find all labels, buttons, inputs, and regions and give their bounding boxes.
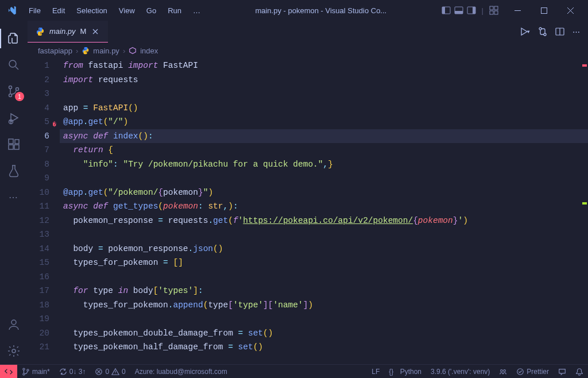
panel-right-icon[interactable] bbox=[467, 6, 476, 15]
accounts-tab[interactable] bbox=[0, 311, 28, 338]
code-line[interactable]: async def index(): bbox=[60, 129, 588, 144]
svg-rect-3 bbox=[455, 11, 463, 14]
svg-rect-17 bbox=[9, 139, 13, 144]
code-line[interactable]: app = FastAPI() bbox=[60, 101, 588, 115]
git-sync[interactable]: 0↓ 3↑ bbox=[55, 365, 91, 378]
svg-point-21 bbox=[11, 320, 16, 325]
svg-point-22 bbox=[12, 349, 16, 353]
code-line[interactable]: for type in body['types']: bbox=[60, 284, 588, 298]
svg-point-33 bbox=[517, 368, 524, 375]
overview-marker-change bbox=[582, 202, 587, 205]
menu-run[interactable]: Run bbox=[162, 3, 187, 18]
search-tab[interactable] bbox=[0, 52, 28, 78]
overview-ruler[interactable] bbox=[580, 59, 588, 364]
svg-point-12 bbox=[9, 60, 16, 67]
customize-layout-icon[interactable] bbox=[489, 6, 498, 15]
code-line[interactable]: types_pokemon_double_damage_from = set() bbox=[60, 326, 588, 341]
code-line[interactable]: types_for_pokemon = [] bbox=[60, 256, 588, 270]
status-bar: main* 0↓ 3↑ 0 0 Azure: luabud@microsoft.… bbox=[0, 364, 588, 378]
svg-rect-11 bbox=[541, 7, 547, 13]
menu-selection[interactable]: Selection bbox=[71, 3, 113, 18]
python-interpreter[interactable]: 3.9.6 ('.venv': venv) bbox=[426, 365, 494, 378]
breadcrumbs[interactable]: fastapiapp › main.py › index bbox=[28, 43, 588, 59]
menu-bar: FileEditSelectionViewGoRun bbox=[23, 3, 187, 18]
prettier-status[interactable]: Prettier bbox=[512, 365, 554, 378]
code-line[interactable] bbox=[60, 227, 588, 242]
minimize-button[interactable] bbox=[504, 0, 531, 21]
code-line[interactable]: async def get_types(pokemon: str,): bbox=[60, 199, 588, 214]
scm-badge: 1 bbox=[15, 92, 24, 101]
code-line[interactable]: return { bbox=[60, 143, 588, 157]
language-mode[interactable]: {} Python bbox=[384, 365, 426, 378]
gutter-marker[interactable]: � bbox=[53, 118, 56, 133]
code-line[interactable] bbox=[60, 87, 588, 101]
svg-rect-20 bbox=[15, 140, 19, 144]
svg-point-32 bbox=[504, 369, 506, 372]
titlebar: FileEditSelectionViewGoRun … main.py - p… bbox=[0, 0, 588, 21]
code-line[interactable]: @app.get("/") bbox=[60, 115, 588, 129]
run-button[interactable]: ▾ bbox=[519, 27, 530, 36]
svg-point-24 bbox=[544, 33, 546, 36]
debug-tab[interactable] bbox=[0, 105, 28, 131]
tab-close-icon[interactable] bbox=[91, 27, 100, 36]
activity-overflow[interactable]: ⋯ bbox=[0, 184, 28, 210]
remote-indicator[interactable] bbox=[0, 365, 17, 378]
layout-controls: | bbox=[442, 6, 498, 15]
overview-marker-error bbox=[582, 64, 587, 67]
svg-point-29 bbox=[27, 369, 29, 371]
live-share[interactable] bbox=[494, 365, 512, 378]
source-control-tab[interactable]: 1 bbox=[0, 78, 28, 105]
explorer-tab[interactable] bbox=[0, 25, 28, 52]
panel-bottom-icon[interactable] bbox=[454, 6, 463, 15]
breadcrumb-file[interactable]: main.py bbox=[93, 47, 119, 55]
maximize-button[interactable] bbox=[531, 0, 557, 21]
python-file-icon bbox=[36, 27, 45, 36]
menu-view[interactable]: View bbox=[113, 3, 141, 18]
svg-point-28 bbox=[23, 373, 25, 375]
git-branch[interactable]: main* bbox=[17, 365, 55, 378]
split-editor-button[interactable] bbox=[555, 27, 564, 36]
settings-tab[interactable] bbox=[0, 338, 28, 364]
code-line[interactable] bbox=[60, 171, 588, 186]
code-line[interactable] bbox=[60, 270, 588, 284]
eol-indicator[interactable]: LF bbox=[367, 365, 384, 378]
extensions-tab[interactable] bbox=[0, 131, 28, 157]
code-line[interactable]: types_for_pokemon.append(type['type']['n… bbox=[60, 298, 588, 313]
svg-rect-9 bbox=[494, 11, 498, 14]
code-line[interactable]: pokemon_response = requests.get(f'https:… bbox=[60, 214, 588, 228]
editor-actions: ▾ ⋯ bbox=[512, 21, 588, 43]
feedback-button[interactable] bbox=[554, 365, 571, 378]
editor-more-button[interactable]: ⋯ bbox=[572, 28, 581, 36]
tab-modified-indicator: M bbox=[80, 27, 87, 36]
close-button[interactable] bbox=[557, 0, 583, 21]
code-line[interactable]: @app.get("/pokemon/{pokemon}") bbox=[60, 186, 588, 200]
menu-file[interactable]: File bbox=[23, 3, 47, 18]
code-line[interactable]: "info": "Try /pokemon/pikachu for a quic… bbox=[60, 157, 588, 172]
diff-button[interactable] bbox=[538, 27, 547, 36]
svg-point-27 bbox=[23, 368, 25, 370]
svg-point-15 bbox=[16, 88, 19, 91]
tab-main-py[interactable]: main.py M bbox=[28, 21, 108, 43]
svg-rect-18 bbox=[9, 145, 13, 149]
testing-tab[interactable] bbox=[0, 157, 28, 184]
code-line[interactable]: import requests bbox=[60, 73, 588, 87]
panel-left-icon[interactable] bbox=[442, 6, 451, 15]
menu-overflow[interactable]: … bbox=[187, 3, 206, 18]
code-line[interactable] bbox=[60, 312, 588, 326]
breadcrumb-symbol[interactable]: index bbox=[140, 47, 158, 55]
code-editor[interactable]: 12345�6789101112131415161718192021 from … bbox=[28, 59, 588, 364]
breadcrumb-folder[interactable]: fastapiapp bbox=[38, 47, 72, 55]
svg-point-14 bbox=[9, 94, 12, 97]
notifications-button[interactable] bbox=[571, 365, 588, 378]
svg-point-23 bbox=[539, 28, 541, 30]
problems-indicator[interactable]: 0 0 bbox=[90, 365, 130, 378]
code-line[interactable]: from fastapi import FastAPI bbox=[60, 59, 588, 73]
menu-edit[interactable]: Edit bbox=[47, 3, 71, 18]
vscode-icon bbox=[7, 5, 17, 16]
tab-filename: main.py bbox=[49, 27, 76, 36]
azure-account[interactable]: Azure: luabud@microsoft.com bbox=[130, 365, 232, 378]
code-line[interactable]: body = pokemon_response.json() bbox=[60, 242, 588, 256]
code-content[interactable]: from fastapi import FastAPIimport reques… bbox=[60, 59, 588, 364]
menu-go[interactable]: Go bbox=[141, 3, 162, 18]
code-line[interactable]: types_pokemon_half_damage_from = set() bbox=[60, 340, 588, 354]
